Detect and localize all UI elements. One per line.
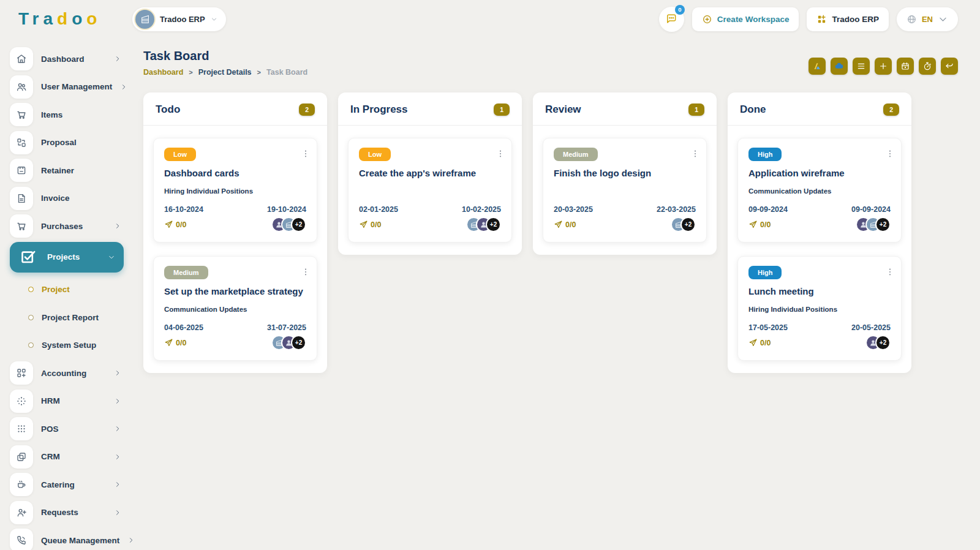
card-subtitle — [359, 187, 501, 196]
calendar-button[interactable] — [897, 58, 914, 75]
card-title: Set up the marketplace strategy — [164, 286, 306, 296]
timer-icon — [922, 61, 932, 71]
workspace-selector[interactable]: Tradoo ERP — [132, 7, 226, 31]
sidebar-item-catering[interactable]: Catering — [10, 472, 131, 497]
card-progress: 0/0 — [554, 220, 576, 229]
chevron-down-icon — [211, 16, 217, 23]
task-card-finish-the-logo-design[interactable]: MediumFinish the logo design20-03-202522… — [543, 138, 707, 243]
sidebar-icon-wrap — [10, 47, 33, 70]
card-dates: 09-09-202409-09-2024 — [748, 205, 891, 214]
phone-icon — [16, 535, 27, 546]
sidebar-item-label: Dashboard — [41, 55, 106, 64]
card-progress: 0/0 — [164, 220, 186, 229]
card-avatars: +2 — [856, 217, 891, 232]
sidebar-subitem-project[interactable]: Project — [28, 277, 131, 302]
topbar: Tradoo Tradoo ERP 0 Create Workspace Tra… — [0, 0, 980, 38]
sidebar-icon-wrap — [10, 159, 33, 182]
list-icon — [856, 61, 866, 71]
cloud-button[interactable] — [831, 58, 848, 75]
card-progress-value: 0/0 — [371, 220, 381, 229]
send-icon — [164, 220, 173, 229]
card-menu-button[interactable] — [690, 149, 700, 160]
card-avatars: +2 — [671, 217, 696, 232]
card-subtitle — [554, 187, 696, 196]
sidebar-icon-wrap — [10, 75, 33, 99]
column-title: Todo — [156, 104, 180, 116]
workspace-erp-button[interactable]: Tradoo ERP — [807, 7, 889, 31]
cart-icon — [16, 109, 27, 120]
card-dates: 02-01-202510-02-2025 — [359, 205, 501, 214]
sidebar-item-dashboard[interactable]: Dashboard — [10, 47, 131, 71]
card-progress-value: 0/0 — [760, 220, 771, 229]
sidebar-item-items[interactable]: Items — [10, 102, 131, 127]
task-card-set-up-the-marketplace-strategy[interactable]: MediumSet up the marketplace strategyCom… — [153, 256, 317, 361]
card-menu-button[interactable] — [301, 267, 311, 279]
card-title: Dashboard cards — [164, 168, 306, 178]
card-menu-button[interactable] — [885, 267, 895, 279]
card-dates: 16-10-202419-10-2024 — [164, 205, 306, 214]
plus-icon — [878, 61, 888, 71]
card-progress: 0/0 — [748, 220, 771, 229]
avatar-extra-count[interactable]: +2 — [875, 335, 891, 350]
card-subtitle: Communication Updates — [748, 187, 891, 196]
sidebar-icon-wrap — [10, 361, 33, 385]
column-header: Review1 — [533, 92, 717, 125]
task-card-application-wireframe[interactable]: HighApplication wireframeCommunication U… — [737, 138, 902, 243]
undo-button[interactable] — [941, 58, 958, 75]
avatar-extra-count[interactable]: +2 — [291, 335, 306, 350]
sidebar-item-requests[interactable]: Requests — [10, 500, 131, 525]
column-review: Review1MediumFinish the logo design20-03… — [533, 92, 717, 255]
bullet-icon — [28, 287, 34, 292]
sidebar-item-invoice[interactable]: Invoice — [10, 186, 131, 211]
sidebar-item-hrm[interactable]: HRM — [10, 389, 131, 413]
drive-button[interactable] — [809, 58, 826, 75]
sidebar-item-accounting[interactable]: Accounting — [10, 361, 131, 385]
avatar-extra-count[interactable]: +2 — [875, 217, 891, 232]
breadcrumb-item-dashboard[interactable]: Dashboard — [143, 68, 183, 77]
language-selector[interactable]: EN — [897, 7, 958, 31]
sidebar-item-label: Purchases — [41, 222, 106, 231]
brand-letter: T — [18, 9, 32, 28]
task-card-dashboard-cards[interactable]: LowDashboard cardsHiring Individual Posi… — [153, 138, 317, 243]
task-card-lunch-meeting[interactable]: HighLunch meetingHiring Individual Posit… — [737, 256, 902, 361]
create-workspace-button[interactable]: Create Workspace — [692, 7, 799, 31]
card-menu-button[interactable] — [301, 149, 311, 160]
chat-button[interactable]: 0 — [659, 7, 684, 32]
sidebar-item-user-management[interactable]: User Management — [10, 75, 131, 99]
task-card-create-the-app-s-wireframe[interactable]: LowCreate the app's wireframe02-01-20251… — [348, 138, 512, 243]
sidebar-subitem-project-report[interactable]: Project Report — [28, 305, 131, 330]
card-end-date: 10-02-2025 — [462, 205, 501, 214]
card-menu-button[interactable] — [885, 149, 895, 160]
sidebar-icon-wrap — [16, 246, 39, 269]
brand-letter: a — [43, 9, 57, 28]
card-menu-button[interactable] — [496, 149, 505, 160]
card-progress: 0/0 — [164, 338, 186, 347]
chevron-right-icon — [120, 83, 127, 91]
breadcrumb-item-project-details[interactable]: Project Details — [198, 68, 252, 77]
workspace-avatar-icon — [135, 10, 154, 29]
sidebar-item-crm[interactable]: CRM — [10, 445, 131, 469]
card-dates: 17-05-202520-05-2025 — [748, 323, 891, 332]
sidebar-icon-wrap — [10, 187, 33, 210]
sidebar-item-retainer[interactable]: Retainer — [10, 158, 131, 183]
page-title: Task Board — [143, 49, 307, 63]
sidebar-item-queue-management[interactable]: Queue Management — [10, 528, 131, 550]
sidebar-item-projects[interactable]: Projects — [10, 242, 124, 273]
board-toolbar — [809, 58, 958, 75]
bullet-icon — [28, 342, 34, 348]
breadcrumb-separator: > — [257, 69, 261, 76]
avatar-extra-count[interactable]: +2 — [680, 217, 696, 232]
check-square-icon — [20, 249, 36, 265]
list-button[interactable] — [853, 58, 870, 75]
avatar-extra-count[interactable]: +2 — [291, 217, 306, 232]
timer-button[interactable] — [919, 58, 936, 75]
sidebar-item-proposal[interactable]: Proposal — [10, 130, 131, 155]
avatar-extra-count[interactable]: +2 — [486, 217, 501, 232]
card-avatars: +2 — [272, 335, 306, 350]
sidebar-item-purchases[interactable]: Purchases — [10, 214, 131, 238]
plus-button[interactable] — [875, 58, 892, 75]
card-title: Finish the logo design — [554, 168, 696, 178]
sidebar-subitem-system-setup[interactable]: System Setup — [28, 333, 131, 358]
sidebar-item-pos[interactable]: POS — [10, 416, 131, 441]
topbar-actions: 0 Create Workspace Tradoo ERP EN — [659, 7, 958, 32]
